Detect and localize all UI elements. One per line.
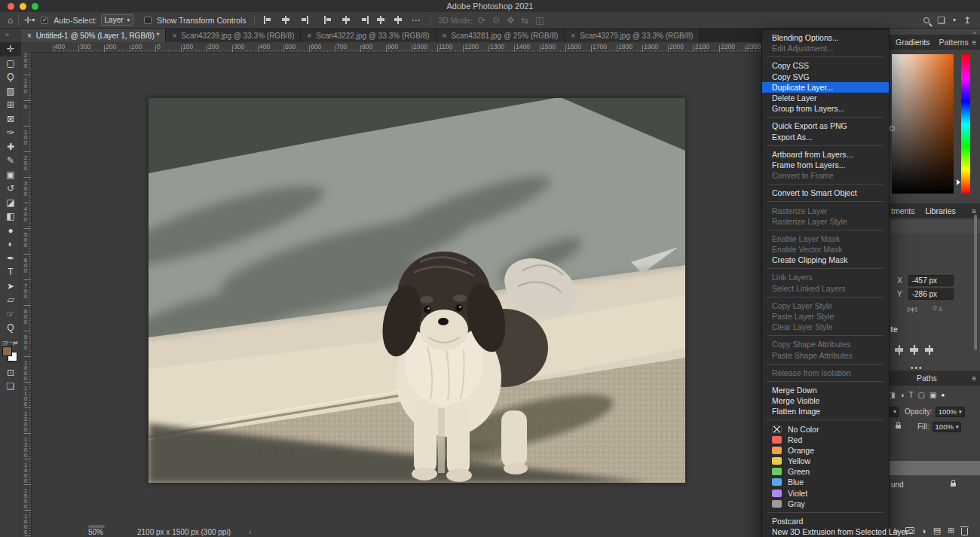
selected-layer-row[interactable] xyxy=(890,461,980,475)
status-document-info[interactable]: 2100 px x 1500 px (300 ppi) xyxy=(137,528,231,536)
pen-tool[interactable]: ✒ xyxy=(0,252,21,266)
history-brush-tool[interactable]: ↺ xyxy=(0,182,21,196)
object-selection-tool[interactable]: ▨ xyxy=(0,84,21,99)
search-icon[interactable] xyxy=(923,17,929,23)
tab-overflow-chevron-icon[interactable]: » xyxy=(5,31,9,38)
filter-shape-layers-icon[interactable]: ▢ xyxy=(918,391,925,399)
document-tab[interactable]: ×Scan43279.jpg @ 33.3% (RGB/8) xyxy=(565,29,700,42)
default-colors-icon[interactable]: ◲ xyxy=(2,340,8,346)
blend-mode-dropdown-fragment[interactable]: ▾ xyxy=(890,407,899,417)
show-transform-checkbox[interactable] xyxy=(144,17,152,24)
crop-tool[interactable]: ⊞ xyxy=(0,98,21,112)
align-bottom-edges-icon[interactable] xyxy=(359,16,369,24)
auto-select-checkbox[interactable]: ✓ xyxy=(41,17,48,24)
clone-stamp-tool[interactable]: ▣ xyxy=(0,168,21,182)
new-group-icon[interactable]: ▤ xyxy=(933,526,941,535)
hue-slider[interactable] xyxy=(961,54,970,194)
healing-brush-tool[interactable]: ✚ xyxy=(0,140,21,154)
menu-item-copy-css[interactable]: Copy CSS xyxy=(762,60,889,71)
align-top-edges-icon[interactable] xyxy=(324,16,334,24)
saturation-brightness-field[interactable] xyxy=(892,54,954,194)
path-selection-tool[interactable]: ➤ xyxy=(0,279,21,294)
tab-patterns[interactable]: Patterns xyxy=(939,38,969,47)
menu-item-quick-export-as-png[interactable]: Quick Export as PNG xyxy=(762,121,889,131)
menu-item-yellow[interactable]: Yellow xyxy=(762,456,889,466)
brush-tool[interactable]: ✎ xyxy=(0,154,21,168)
status-chevron-icon[interactable]: › xyxy=(249,528,251,536)
panel-menu-icon[interactable]: ≡ xyxy=(972,38,976,47)
document-tab[interactable]: ×Scan43281.jpg @ 25% (RGB/8) xyxy=(436,29,565,42)
close-icon[interactable]: × xyxy=(27,32,32,40)
filter-pixel-layers-icon[interactable]: ◨ xyxy=(890,391,895,399)
close-icon[interactable]: × xyxy=(443,32,447,40)
distribute-left-icon[interactable] xyxy=(895,345,903,355)
lasso-tool[interactable]: Ϙ xyxy=(0,70,21,84)
zoom-tool[interactable]: Q xyxy=(0,321,21,335)
share-icon[interactable]: ↥ xyxy=(963,16,971,25)
home-icon[interactable]: ⌂ xyxy=(8,16,13,25)
color-sample-marker[interactable] xyxy=(890,126,895,131)
menu-item-frame-from-layers[interactable]: Frame from Layers... xyxy=(762,160,889,170)
quick-mask-mode-icon[interactable]: ⊡ xyxy=(0,368,21,378)
filter-type-layers-icon[interactable]: T xyxy=(909,391,914,399)
menu-item-duplicate-layer[interactable]: Duplicate Layer... xyxy=(762,82,889,93)
distribute-horizontally-icon[interactable] xyxy=(376,16,386,24)
menu-item-red[interactable]: Red xyxy=(762,435,889,445)
close-icon[interactable]: × xyxy=(172,32,176,40)
vertical-ruler[interactable]: 2 0 01 0 001 0 02 0 03 0 04 0 05 0 06 0 … xyxy=(21,53,32,537)
align-horizontal-centers-icon[interactable] xyxy=(281,16,291,24)
move-tool[interactable]: ✛ xyxy=(0,42,21,56)
canvas-image-dog-photo[interactable] xyxy=(149,98,685,483)
menu-item-postcard[interactable]: Postcard xyxy=(762,516,889,526)
hand-tool[interactable]: ☞ xyxy=(0,307,21,322)
menu-item-blue[interactable]: Blue xyxy=(762,477,889,487)
panel-menu-icon[interactable]: ≡ xyxy=(972,374,976,383)
hue-slider-marker-icon[interactable] xyxy=(957,179,963,185)
menu-item-delete-layer[interactable]: Delete Layer xyxy=(762,93,889,103)
lock-all-icon[interactable] xyxy=(896,425,901,429)
type-tool[interactable]: T xyxy=(0,265,21,279)
delete-layer-trash-icon[interactable] xyxy=(961,528,968,535)
close-icon[interactable]: × xyxy=(307,32,311,40)
workspace-switcher-icon[interactable]: ❏ xyxy=(937,16,945,25)
menu-item-orange[interactable]: Orange xyxy=(762,445,889,456)
swap-colors-icon[interactable]: ⇄ xyxy=(13,340,18,346)
flip-vertical-icon[interactable]: ▽ △ xyxy=(933,307,942,311)
blur-tool[interactable]: ● xyxy=(0,224,21,238)
menu-item-violet[interactable]: Violet xyxy=(762,488,889,499)
shape-tool[interactable]: ▱ xyxy=(0,293,21,307)
menu-item-convert-to-smart-object[interactable]: Convert to Smart Object xyxy=(762,188,889,198)
menu-item-merge-visible[interactable]: Merge Visible xyxy=(762,395,889,406)
menu-item-gray[interactable]: Gray xyxy=(762,499,889,509)
close-icon[interactable]: × xyxy=(571,32,575,40)
filter-adjustment-layers-icon[interactable]: ◑ xyxy=(899,391,904,399)
align-vertical-centers-icon[interactable] xyxy=(341,16,351,24)
move-tool-icon[interactable]: ✛ xyxy=(24,16,32,25)
auto-select-dropdown[interactable]: Layer ▾ xyxy=(101,14,134,26)
menu-item-merge-down[interactable]: Merge Down xyxy=(762,385,889,395)
eyedropper-tool[interactable]: ✑ xyxy=(0,126,21,140)
menu-item-create-clipping-mask[interactable]: Create Clipping Mask xyxy=(762,255,889,265)
flip-horizontal-icon[interactable]: ▷|◁ xyxy=(908,306,916,313)
filter-smart-objects-icon[interactable]: ▣ xyxy=(929,391,936,399)
collapse-panels-chevron-icon[interactable]: » xyxy=(973,29,976,36)
gradient-tool[interactable]: ◧ xyxy=(0,209,21,224)
x-coordinate-field[interactable]: -457 px xyxy=(908,275,954,286)
menu-item-export-as[interactable]: Export As... xyxy=(762,132,889,142)
tab-paths[interactable]: Paths xyxy=(917,374,937,383)
tab-gradients[interactable]: Gradients xyxy=(896,38,930,47)
opacity-dropdown[interactable]: 100% ▾ xyxy=(936,407,965,417)
y-coordinate-field[interactable]: -286 px xyxy=(908,288,954,300)
align-right-edges-icon[interactable] xyxy=(299,16,308,24)
distribute-center-icon[interactable] xyxy=(910,345,918,355)
menu-item-copy-svg[interactable]: Copy SVG xyxy=(762,72,889,82)
chevron-down-icon[interactable]: ▾ xyxy=(32,17,35,23)
background-layer-row[interactable]: und xyxy=(890,477,980,492)
fill-dropdown[interactable]: 100% ▾ xyxy=(933,422,962,432)
panel-scrollbar-thumb[interactable] xyxy=(974,215,977,350)
menu-item-flatten-image[interactable]: Flatten Image xyxy=(762,406,889,416)
eraser-tool[interactable]: ◪ xyxy=(0,196,21,210)
more-options-ellipsis-icon[interactable]: ⋯ xyxy=(412,16,421,25)
filter-toggle-icon[interactable]: ● xyxy=(942,392,945,398)
distribute-right-icon[interactable] xyxy=(925,345,933,355)
